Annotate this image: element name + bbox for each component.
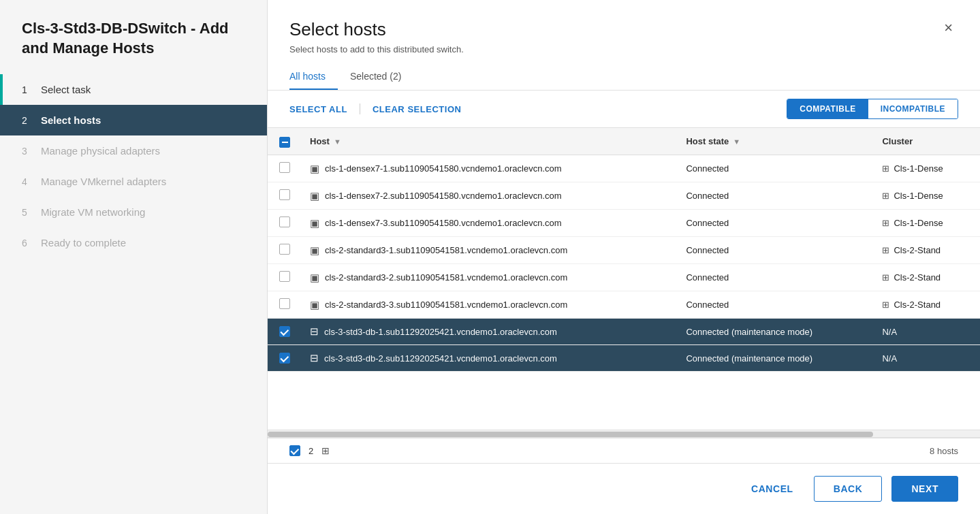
row-checkbox-cell: [268, 319, 302, 345]
table-body: ▣cls-1-densex7-1.sub11090541580.vcndemo1…: [268, 155, 980, 372]
row-cluster: ⊞Cls-2-Stand: [874, 291, 980, 319]
toolbar-separator: [360, 103, 360, 114]
sidebar-step-6: 6Ready to complete: [0, 227, 267, 258]
row-host: ⊟cls-3-std3-db-2.sub11292025421.vcndemo1…: [302, 345, 678, 372]
row-checkbox[interactable]: [279, 298, 290, 309]
next-button[interactable]: NEXT: [891, 476, 958, 502]
step-label-2: Select hosts: [41, 114, 101, 126]
row-cluster: N/A: [874, 345, 980, 372]
sidebar-step-2[interactable]: 2Select hosts: [0, 105, 267, 135]
table-row[interactable]: ⊟cls-3-std3-db-1.sub11292025421.vcndemo1…: [268, 319, 980, 345]
cancel-button[interactable]: CANCEL: [740, 478, 804, 500]
row-checkbox[interactable]: [279, 353, 290, 364]
table-row[interactable]: ▣cls-2-standard3-1.sub11090541581.vcndem…: [268, 237, 980, 264]
row-host-state: Connected (maintenance mode): [678, 319, 874, 345]
host-icon: ⊟: [310, 325, 319, 338]
row-host-state: Connected: [678, 155, 874, 182]
sidebar-step-3: 3Manage physical adapters: [0, 135, 267, 166]
row-host-state: Connected: [678, 182, 874, 210]
row-host-state: Connected: [678, 210, 874, 237]
row-checkbox-cell: [268, 345, 302, 372]
table-row[interactable]: ▣cls-2-standard3-3.sub11090541581.vcndem…: [268, 291, 980, 319]
row-host: ▣cls-2-standard3-2.sub11090541581.vcndem…: [302, 264, 678, 291]
select-all-button[interactable]: SELECT ALL: [289, 104, 347, 114]
sidebar-step-1[interactable]: 1Select task: [0, 74, 267, 105]
page-subtitle: Select hosts to add to this distributed …: [289, 44, 464, 54]
row-host: ▣cls-1-densex7-1.sub11090541580.vcndemo1…: [302, 155, 678, 182]
compatible-button[interactable]: COMPATIBLE: [787, 99, 868, 118]
table-header-row: Host ▼ Host state ▼ Cluster: [268, 128, 980, 155]
row-host: ⊟cls-3-std3-db-1.sub11292025421.vcndemo1…: [302, 319, 678, 345]
host-icon: ▣: [310, 244, 319, 257]
close-button[interactable]: ×: [938, 16, 958, 39]
incompatible-button[interactable]: INCOMPATIBLE: [868, 99, 958, 118]
compat-buttons: COMPATIBLE INCOMPATIBLE: [787, 99, 958, 119]
scrollbar-thumb[interactable]: [268, 432, 873, 437]
th-cluster: Cluster: [874, 128, 980, 155]
row-cluster: N/A: [874, 319, 980, 345]
table-row[interactable]: ▣cls-2-standard3-2.sub11090541581.vcndem…: [268, 264, 980, 291]
row-cluster: ⊞Cls-2-Stand: [874, 237, 980, 264]
row-checkbox[interactable]: [279, 244, 290, 255]
row-host: ▣cls-1-densex7-2.sub11090541580.vcndemo1…: [302, 182, 678, 210]
row-checkbox-cell: [268, 264, 302, 291]
main-panel: Select hosts Select hosts to add to this…: [268, 0, 980, 514]
row-checkbox[interactable]: [279, 216, 290, 227]
table-row[interactable]: ▣cls-1-densex7-3.sub11090541580.vcndemo1…: [268, 210, 980, 237]
table-head: Host ▼ Host state ▼ Cluster: [268, 128, 980, 155]
row-checkbox-cell: [268, 182, 302, 210]
header-checkbox[interactable]: [279, 137, 290, 148]
footer-checkbox[interactable]: [289, 445, 300, 456]
toolbar: SELECT ALL CLEAR SELECTION COMPATIBLE IN…: [268, 91, 980, 128]
row-checkbox[interactable]: [279, 162, 290, 173]
sidebar-steps: 1Select task2Select hosts3Manage physica…: [0, 74, 267, 514]
main-header: Select hosts Select hosts to add to this…: [268, 0, 980, 91]
action-footer: CANCEL BACK NEXT: [268, 463, 980, 514]
dialog: Cls-3-Std3-DB-DSwitch - Add and Manage H…: [0, 0, 980, 514]
row-cluster: ⊞Cls-1-Dense: [874, 155, 980, 182]
table-row[interactable]: ▣cls-1-densex7-1.sub11090541580.vcndemo1…: [268, 155, 980, 182]
host-icon: ▣: [310, 217, 319, 229]
row-checkbox-cell: [268, 210, 302, 237]
main-header-left: Select hosts Select hosts to add to this…: [289, 19, 464, 90]
row-checkbox[interactable]: [279, 189, 290, 200]
hosts-table: Host ▼ Host state ▼ Cluster: [268, 128, 980, 372]
row-cluster: ⊞Cls-1-Dense: [874, 210, 980, 237]
row-checkbox-cell: [268, 155, 302, 182]
cluster-icon: ⊞: [882, 191, 889, 201]
columns-icon[interactable]: ⊞: [321, 445, 330, 456]
table-row[interactable]: ⊟cls-3-std3-db-2.sub11292025421.vcndemo1…: [268, 345, 980, 372]
th-checkbox: [268, 128, 302, 155]
host-icon: ▣: [310, 272, 319, 284]
host-icon: ▣: [310, 299, 319, 311]
step-label-5: Migrate VM networking: [41, 206, 145, 218]
cluster-icon: ⊞: [882, 300, 889, 310]
host-filter-icon[interactable]: ▼: [334, 138, 341, 146]
cluster-icon: ⊞: [882, 245, 889, 255]
row-checkbox-cell: [268, 237, 302, 264]
table-row[interactable]: ▣cls-1-densex7-2.sub11090541580.vcndemo1…: [268, 182, 980, 210]
sidebar-step-5: 5Migrate VM networking: [0, 197, 267, 227]
table-footer: 2 ⊞ 8 hosts: [268, 438, 980, 463]
page-title: Select hosts: [289, 19, 464, 40]
tab-1[interactable]: Selected (2): [350, 64, 413, 90]
back-button[interactable]: BACK: [814, 476, 883, 502]
host-state-filter-icon[interactable]: ▼: [733, 138, 740, 146]
row-host-state: Connected (maintenance mode): [678, 345, 874, 372]
cluster-icon: ⊞: [882, 163, 889, 174]
clear-selection-button[interactable]: CLEAR SELECTION: [373, 104, 462, 114]
row-checkbox-cell: [268, 291, 302, 319]
cluster-icon: ⊞: [882, 218, 889, 228]
sidebar-title: Cls-3-Std3-DB-DSwitch - Add and Manage H…: [0, 0, 267, 74]
sidebar-step-4: 4Manage VMkernel adapters: [0, 166, 267, 197]
row-host: ▣cls-2-standard3-3.sub11090541581.vcndem…: [302, 291, 678, 319]
row-checkbox[interactable]: [279, 326, 290, 337]
row-checkbox[interactable]: [279, 271, 290, 282]
sidebar: Cls-3-Std3-DB-DSwitch - Add and Manage H…: [0, 0, 268, 514]
step-label-6: Ready to complete: [41, 237, 126, 248]
scrollbar-area[interactable]: [268, 430, 980, 438]
host-icon: ⊟: [310, 352, 319, 364]
tab-0[interactable]: All hosts: [289, 64, 338, 90]
footer-selected-count: 2: [309, 446, 313, 456]
th-host: Host ▼: [302, 128, 678, 155]
